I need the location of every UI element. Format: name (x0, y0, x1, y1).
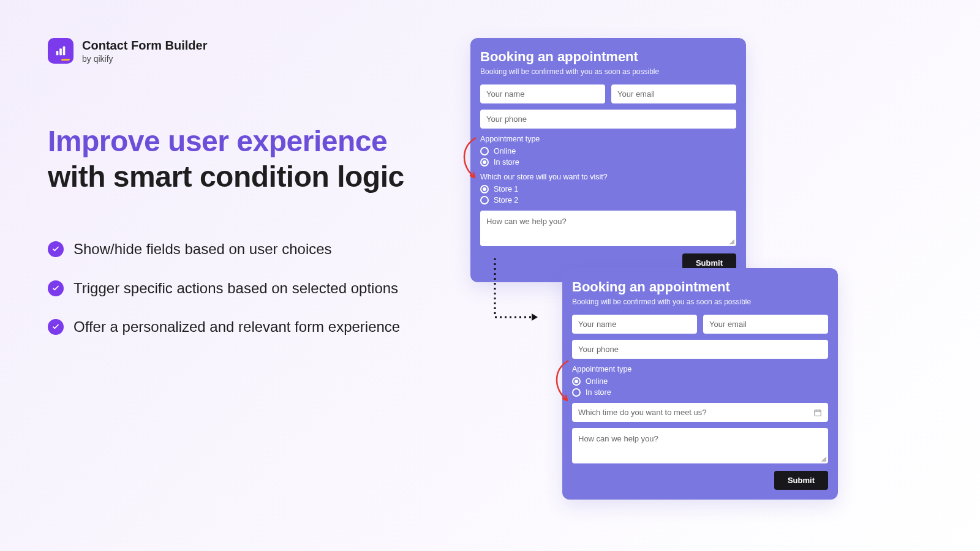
form-title: Booking an appointment (480, 49, 736, 65)
svg-rect-3 (815, 410, 821, 415)
radio-dot-icon (480, 196, 489, 204)
check-icon (48, 280, 64, 296)
radio-online[interactable]: Online (572, 377, 828, 386)
phone-input[interactable]: Your phone (480, 110, 736, 129)
appointment-type-label: Appointment type (480, 135, 736, 143)
message-textarea[interactable]: How can we help you? (480, 211, 736, 246)
email-input[interactable]: Your email (703, 315, 828, 334)
message-textarea[interactable]: How can we help you? (572, 428, 828, 463)
radio-dot-icon (572, 388, 581, 397)
feature-text: Show/hide fields based on user choices (74, 239, 332, 260)
radio-dot-icon (480, 185, 489, 193)
brand-lockup: Contact Form Builder by qikify (48, 38, 207, 64)
svg-rect-1 (59, 48, 62, 55)
radio-instore[interactable]: In store (480, 158, 736, 167)
feature-item: Show/hide fields based on user choices (48, 239, 440, 260)
radio-instore[interactable]: In store (572, 388, 828, 397)
name-input[interactable]: Your name (572, 315, 697, 334)
radio-store2[interactable]: Store 2 (480, 196, 736, 204)
check-icon (48, 319, 64, 335)
brand-logo-icon (48, 38, 74, 64)
form-title: Booking an appointment (572, 279, 828, 295)
radio-dot-icon (572, 377, 581, 386)
svg-rect-0 (56, 51, 59, 55)
booking-form-instore: Booking an appointment Booking will be c… (470, 38, 746, 282)
form-subtitle: Booking will be confirmed with you as so… (572, 298, 828, 306)
svg-rect-2 (63, 47, 66, 56)
time-input[interactable]: Which time do you want to meet us? (572, 403, 828, 422)
check-icon (48, 241, 64, 257)
email-input[interactable]: Your email (611, 84, 736, 103)
headline-line1: Improve user experience (48, 124, 428, 159)
feature-text: Trigger specific actions based on select… (74, 278, 398, 299)
store-label: Which our store will you want to visit? (480, 173, 736, 181)
feature-item: Trigger specific actions based on select… (48, 278, 440, 299)
radio-online[interactable]: Online (480, 147, 736, 156)
calendar-icon (813, 408, 822, 417)
feature-item: Offer a personalized and relevant form e… (48, 317, 440, 337)
form-subtitle: Booking will be confirmed with you as so… (480, 67, 736, 76)
name-input[interactable]: Your name (480, 84, 605, 103)
radio-dot-icon (480, 158, 489, 167)
headline-line2: with smart condition logic (48, 159, 428, 195)
feature-text: Offer a personalized and relevant form e… (74, 317, 400, 337)
brand-title: Contact Form Builder (82, 39, 207, 53)
radio-dot-icon (480, 147, 489, 156)
headline: Improve user experience with smart condi… (48, 124, 428, 194)
phone-input[interactable]: Your phone (572, 340, 828, 359)
appointment-type-label: Appointment type (572, 365, 828, 373)
booking-form-online: Booking an appointment Booking will be c… (562, 268, 838, 500)
submit-button[interactable]: Submit (774, 471, 828, 490)
feature-list: Show/hide fields based on user choices T… (48, 239, 440, 356)
brand-byline: by qikify (82, 54, 207, 64)
radio-store1[interactable]: Store 1 (480, 185, 736, 193)
